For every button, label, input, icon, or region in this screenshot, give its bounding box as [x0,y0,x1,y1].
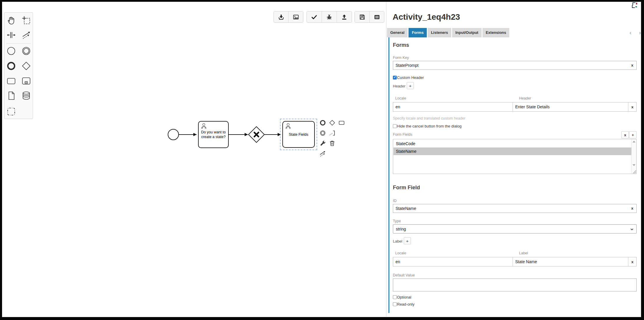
export-image-button[interactable] [288,11,303,22]
start-event-shape[interactable] [168,129,179,140]
hide-cancel-label: Hide the cancel button from the dialog [397,124,462,128]
panel-accent-line [388,37,389,313]
create-group-icon[interactable] [6,106,17,117]
form-list-icon [374,14,380,20]
validate-button[interactable] [307,11,322,22]
bpmn-modeler-window: Do you want to create a state? State Fie… [0,0,644,320]
panel-tabbar: General Forms Listeners Input/Output Ext… [387,28,510,37]
append-end-event-icon[interactable] [319,119,326,126]
remove-label-icon[interactable]: x [628,257,636,266]
custom-header-label: Custom Header [397,75,424,80]
user-task-state-fields[interactable]: State Fields [282,121,315,148]
toolbar-group-validate [307,11,352,23]
tab-general[interactable]: General [387,28,408,37]
tab-scroll-prev-icon[interactable]: ‹ [630,30,631,36]
form-list-button[interactable] [369,11,384,22]
chevron-down-icon [630,227,634,231]
custom-header-checkbox-row: Custom Header [393,75,424,80]
upload-icon [341,14,347,20]
create-data-object-icon[interactable] [6,90,17,101]
trash-delete-icon[interactable] [329,140,336,147]
readonly-label: Read-only [397,302,414,306]
label-text-input[interactable] [513,259,628,264]
form-fields-listbox: StateCode StateName [393,139,637,174]
default-value-textarea[interactable] [393,278,637,291]
header-locale-table: x [393,102,637,112]
optional-checkbox[interactable] [393,295,397,299]
header-locale-input[interactable] [393,105,513,109]
clear-form-key-icon[interactable]: x [630,63,634,67]
resize-grip-icon[interactable] [633,170,636,174]
form-field-section-heading: Form Field [393,185,420,191]
clear-field-id-icon[interactable]: x [630,206,634,210]
label-group-label: Label [393,239,402,243]
panel-divider[interactable] [386,2,386,317]
create-task-icon[interactable] [6,76,17,86]
create-end-event-icon[interactable] [6,61,17,71]
tab-input-output[interactable]: Input/Output [452,28,482,37]
scroll-up-icon[interactable] [633,141,635,142]
hide-cancel-checkbox[interactable] [393,124,397,128]
readonly-checkbox[interactable] [393,302,397,306]
debug-button[interactable] [322,11,337,22]
sequence-flow-connections [0,0,386,320]
upload-button[interactable] [337,11,352,22]
hide-cancel-checkbox-row: Hide the cancel button from the dialog [393,124,462,128]
add-form-field-button[interactable]: + [629,131,637,138]
optional-checkbox-row: Optional [393,295,411,299]
bpmn-palette [4,12,33,119]
field-type-label: Type [393,219,401,223]
user-task-question[interactable]: Do you want to create a state? [198,121,229,148]
download-icon [278,14,284,20]
user-icon [285,123,291,130]
validate-check-icon [311,14,317,20]
append-text-annotation-icon[interactable] [329,130,336,137]
field-type-value: string [396,227,406,231]
space-tool-icon[interactable] [6,30,17,40]
field-id-input[interactable] [393,204,637,213]
listbox-scrollbar[interactable] [631,139,636,174]
create-gateway-icon[interactable] [21,61,32,71]
form-key-label: Form Key [393,56,409,60]
label-locale-input[interactable] [393,259,513,264]
tab-listeners[interactable]: Listeners [428,28,451,37]
field-type-select[interactable]: string [393,224,637,233]
tab-scroll-next-icon[interactable]: › [639,30,641,36]
wrench-change-type-icon[interactable] [319,140,326,147]
save-button[interactable] [355,11,369,22]
remove-form-field-button[interactable]: x [621,131,629,138]
custom-header-checkbox[interactable] [393,76,397,79]
remove-header-icon[interactable]: x [628,102,636,111]
add-header-button[interactable]: + [407,82,414,89]
toolbar-group-import [274,11,303,23]
form-key-input[interactable] [393,61,637,70]
create-data-store-icon[interactable] [21,90,32,101]
create-intermediate-event-icon[interactable] [21,46,32,56]
hand-tool-icon[interactable] [6,15,17,26]
create-start-event-icon[interactable] [6,46,17,56]
global-connect-tool-icon[interactable] [21,30,32,40]
save-icon [359,14,365,20]
tab-forms[interactable]: Forms [409,28,427,37]
add-label-button[interactable]: + [404,237,411,244]
list-item-statecode[interactable]: StateCode [393,140,631,147]
header-group-label: Header [393,84,406,88]
append-task-icon[interactable] [338,119,345,126]
download-button[interactable] [274,11,288,22]
list-item-statename[interactable]: StateName [393,147,631,155]
header-hint: Specify locale and translated custom hea… [393,116,465,120]
append-intermediate-event-icon[interactable] [319,130,326,137]
create-subprocess-icon[interactable] [21,76,32,86]
scroll-down-icon[interactable] [633,164,635,166]
lasso-tool-icon[interactable] [21,15,32,26]
header-locale-label: Locale [395,96,406,100]
default-value-label: Default Value [393,273,415,277]
exclusive-gateway-x-icon [252,130,261,139]
forms-section-heading: Forms [393,42,409,48]
append-gateway-icon[interactable] [329,119,336,126]
connect-tool-icon[interactable] [319,150,326,157]
tab-extensions[interactable]: Extensions [482,28,509,37]
task-label: Do you want to create a state? [201,130,225,139]
header-text-input[interactable] [513,105,628,109]
label-locale-table: x [393,257,637,266]
